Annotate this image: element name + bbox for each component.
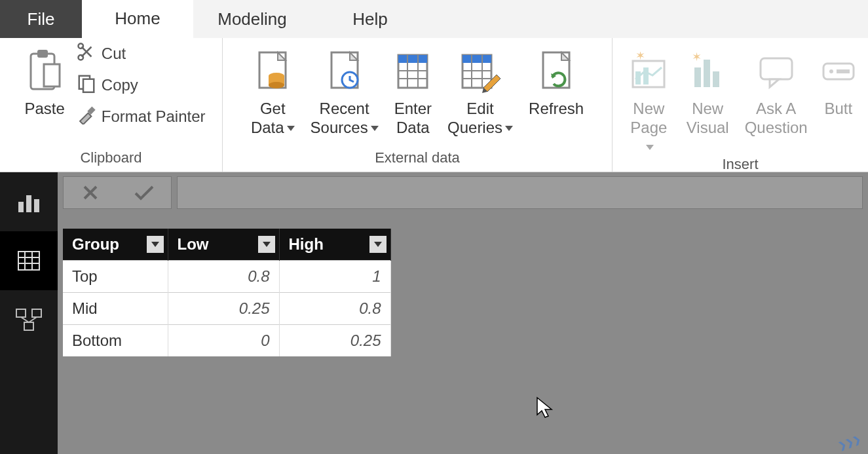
paintbrush-icon	[77, 105, 96, 128]
menu-tabs: File Home Modeling Help	[0, 0, 868, 38]
paste-label: Paste	[24, 100, 64, 119]
column-header-low[interactable]: Low	[168, 229, 279, 261]
clipboard-group-label: Clipboard	[80, 149, 142, 169]
chevron-down-icon	[263, 242, 271, 247]
svg-rect-1	[37, 50, 48, 58]
svg-point-37	[829, 69, 833, 73]
formula-buttons	[63, 176, 172, 209]
recent-sources-label: Recent Sources	[311, 100, 379, 138]
filter-button-low[interactable]	[258, 236, 275, 253]
ribbon-group-clipboard: Paste Cut Copy Format Painter Clipboard	[0, 38, 223, 172]
svg-rect-47	[16, 309, 26, 317]
tab-modeling[interactable]: Modeling	[193, 0, 311, 38]
recent-sources-icon	[326, 45, 363, 98]
cell-high[interactable]: 0.25	[279, 325, 390, 357]
svg-rect-39	[18, 202, 24, 212]
enter-data-icon	[394, 45, 431, 98]
cell-high[interactable]: 1	[279, 261, 390, 293]
refresh-label: Refresh	[529, 100, 584, 119]
enter-data-label: Enter Data	[394, 100, 432, 138]
edit-queries-button[interactable]: Edit Queries	[440, 42, 521, 138]
table-row[interactable]: Mid 0.25 0.8	[63, 293, 390, 325]
column-header-high-label: High	[289, 235, 324, 253]
svg-rect-29	[643, 67, 649, 85]
column-header-high[interactable]: High	[279, 229, 390, 261]
svg-line-51	[29, 317, 37, 322]
get-data-label: Get Data	[251, 100, 295, 138]
tab-home[interactable]: Home	[82, 0, 193, 38]
svg-point-4	[78, 44, 83, 49]
get-data-button[interactable]: Get Data	[243, 42, 303, 138]
format-painter-label: Format Painter	[102, 107, 206, 126]
column-header-group-label: Group	[72, 235, 119, 253]
view-rail	[0, 172, 58, 454]
edit-queries-label: Edit Queries	[447, 100, 513, 138]
cell-low[interactable]: 0.25	[168, 293, 279, 325]
ribbon-group-insert: ✶ New Page ✶ New Visual Ask A Question	[613, 38, 868, 172]
buttons-button[interactable]: Butt	[816, 42, 861, 119]
formula-cancel-button[interactable]	[64, 177, 117, 208]
svg-line-50	[21, 317, 29, 322]
table-row[interactable]: Bottom 0 0.25	[63, 325, 390, 357]
recent-sources-button[interactable]: Recent Sources	[303, 42, 387, 138]
svg-text:✶: ✶	[692, 52, 702, 64]
svg-point-11	[269, 82, 284, 88]
svg-rect-6	[83, 79, 94, 92]
filter-button-high[interactable]	[369, 236, 387, 253]
svg-rect-21	[462, 55, 491, 63]
copy-button[interactable]: Copy	[77, 73, 206, 97]
new-visual-icon: ✶	[689, 45, 726, 98]
tabs-spacer	[429, 0, 868, 38]
x-icon	[81, 183, 100, 202]
report-view-button[interactable]	[0, 172, 58, 231]
cell-group[interactable]: Top	[63, 261, 168, 293]
cell-group[interactable]: Mid	[63, 293, 168, 325]
svg-rect-49	[24, 322, 33, 330]
svg-rect-40	[26, 195, 31, 212]
buttons-label: Butt	[825, 100, 853, 119]
formula-bar	[58, 172, 868, 213]
formula-input[interactable]	[177, 176, 863, 209]
clipboard-icon	[27, 45, 62, 98]
refresh-button[interactable]: Refresh	[521, 42, 592, 119]
chevron-down-icon	[374, 242, 382, 247]
paste-button[interactable]: Paste	[16, 42, 72, 119]
table-row[interactable]: Top 0.8 1	[63, 261, 390, 293]
data-view-button[interactable]	[0, 231, 58, 290]
cut-button[interactable]: Cut	[77, 42, 206, 66]
cell-group[interactable]: Bottom	[63, 325, 168, 357]
ribbon: Paste Cut Copy Format Painter Clipboard	[0, 38, 868, 172]
ask-question-label: Ask A Question	[745, 100, 808, 138]
new-page-button[interactable]: ✶ New Page	[619, 42, 679, 156]
filter-button-group[interactable]	[147, 236, 164, 253]
svg-rect-41	[34, 199, 39, 212]
new-page-icon: ✶	[629, 45, 668, 98]
cell-low[interactable]: 0.8	[168, 261, 279, 293]
ribbon-group-external-data: Get Data Recent Sources Enter Data Edit …	[223, 38, 613, 172]
svg-rect-15	[398, 55, 427, 63]
formula-commit-button[interactable]	[117, 177, 171, 208]
svg-rect-33	[713, 71, 719, 87]
ask-question-icon	[757, 45, 796, 98]
get-data-icon	[254, 45, 291, 98]
enter-data-button[interactable]: Enter Data	[387, 42, 440, 138]
tab-file[interactable]: File	[0, 0, 82, 38]
ask-question-button[interactable]: Ask A Question	[737, 42, 816, 138]
format-painter-button[interactable]: Format Painter	[77, 105, 206, 128]
canvas: Group Low High	[58, 213, 868, 454]
cell-low[interactable]: 0	[168, 325, 279, 357]
svg-rect-2	[44, 64, 60, 86]
model-view-button[interactable]	[0, 290, 58, 349]
chevron-down-icon	[151, 242, 159, 247]
data-table: Group Low High	[63, 229, 391, 356]
svg-rect-32	[704, 60, 710, 87]
copy-label: Copy	[102, 76, 138, 94]
cut-label: Cut	[102, 45, 126, 63]
cell-high[interactable]: 0.8	[279, 293, 390, 325]
tab-help[interactable]: Help	[311, 0, 429, 38]
column-header-group[interactable]: Group	[63, 229, 168, 261]
svg-point-3	[78, 55, 83, 60]
scissors-icon	[77, 42, 96, 66]
new-visual-button[interactable]: ✶ New Visual	[679, 42, 737, 138]
new-visual-label: New Visual	[687, 100, 729, 138]
